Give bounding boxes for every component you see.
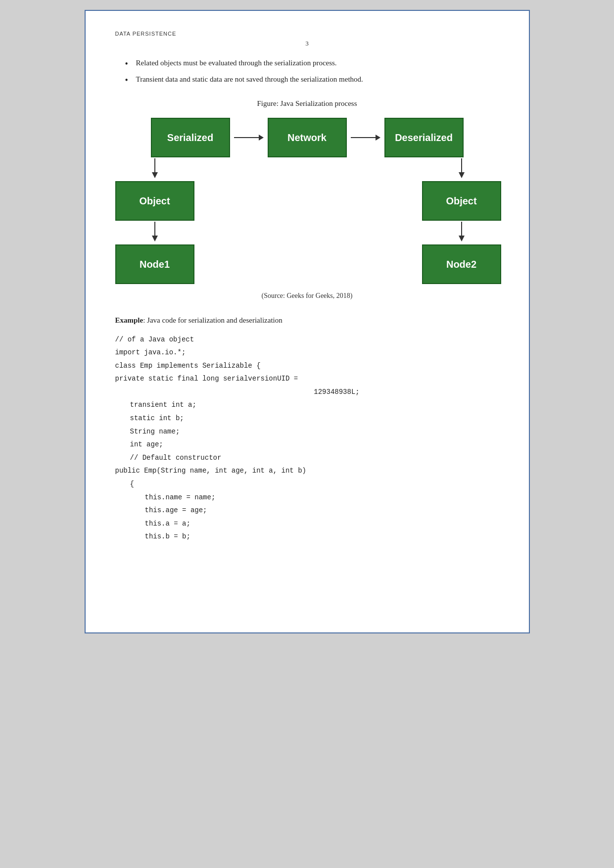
serialization-diagram: Serialized Network Deserialized xyxy=(115,118,499,284)
code-line-3: class Emp implements Serializable { xyxy=(115,359,499,373)
svg-marker-11 xyxy=(459,236,465,241)
bullet-list: Related objects must be evaluated throug… xyxy=(125,57,499,85)
code-line-4: private static final long serialversionU… xyxy=(115,372,499,386)
center-spacer xyxy=(269,157,348,284)
code-line-5: 129348938L; xyxy=(175,386,499,399)
code-line-11: public Emp(String name, int age, int a, … xyxy=(115,464,499,478)
arrow-down-object-left xyxy=(149,222,161,243)
code-line-2: import java.io.*; xyxy=(115,346,499,359)
deserialized-box: Deserialized xyxy=(384,118,464,157)
code-line-16: this.b = b; xyxy=(145,530,499,543)
figure-section: Figure: Java Serialization process Seria… xyxy=(115,99,499,300)
arrow-serialized-to-network xyxy=(234,132,264,144)
example-title: Example: Java code for serialization and… xyxy=(115,315,499,326)
example-label: Example xyxy=(115,316,143,324)
arrow-down-serialized xyxy=(149,158,161,180)
svg-marker-9 xyxy=(459,172,465,178)
code-line-7: static int b; xyxy=(130,412,499,425)
code-line-12: { xyxy=(130,478,499,491)
network-box: Network xyxy=(268,118,347,157)
object-right-box: Object xyxy=(422,181,501,221)
bullet-item-2: Transient data and static data are not s… xyxy=(125,74,499,85)
right-column: Object Node2 xyxy=(422,157,501,284)
example-description: : Java code for serialization and deseri… xyxy=(143,316,283,324)
svg-marker-3 xyxy=(376,135,380,141)
code-line-14: this.age = age; xyxy=(145,504,499,517)
arrow-down-object-right xyxy=(456,222,468,243)
arrow-down-deserialized xyxy=(456,158,468,180)
code-line-1: // of a Java object xyxy=(115,333,499,346)
svg-marker-7 xyxy=(152,236,158,241)
code-line-6: transient int a; xyxy=(130,398,499,412)
svg-marker-5 xyxy=(152,172,158,178)
diagram-top-row: Serialized Network Deserialized xyxy=(151,118,464,157)
node2-box: Node2 xyxy=(422,244,501,284)
page: DATA PERSISTENCE 3 Related objects must … xyxy=(85,10,530,633)
object-left-box: Object xyxy=(115,181,194,221)
code-line-10: // Default constructor xyxy=(130,451,499,465)
bullet-item-1: Related objects must be evaluated throug… xyxy=(125,57,499,69)
serialized-box: Serialized xyxy=(151,118,230,157)
code-line-8: String name; xyxy=(130,425,499,438)
diagram-middle: Object Node1 xyxy=(115,157,501,284)
code-line-9: int age; xyxy=(130,438,499,451)
figure-caption: Figure: Java Serialization process xyxy=(115,99,499,108)
page-number: 3 xyxy=(115,40,499,48)
svg-marker-1 xyxy=(259,135,264,141)
arrow-network-to-deserialized xyxy=(351,132,380,144)
code-line-13: this.name = name; xyxy=(145,491,499,504)
node1-box: Node1 xyxy=(115,244,194,284)
header-title: DATA PERSISTENCE xyxy=(115,31,177,37)
page-header: DATA PERSISTENCE xyxy=(115,31,499,37)
left-column: Object Node1 xyxy=(115,157,194,284)
code-line-15: this.a = a; xyxy=(145,517,499,530)
code-block: // of a Java object import java.io.*; cl… xyxy=(115,333,499,544)
figure-source: (Source: Geeks for Geeks, 2018) xyxy=(115,292,499,300)
example-section: Example: Java code for serialization and… xyxy=(115,315,499,543)
